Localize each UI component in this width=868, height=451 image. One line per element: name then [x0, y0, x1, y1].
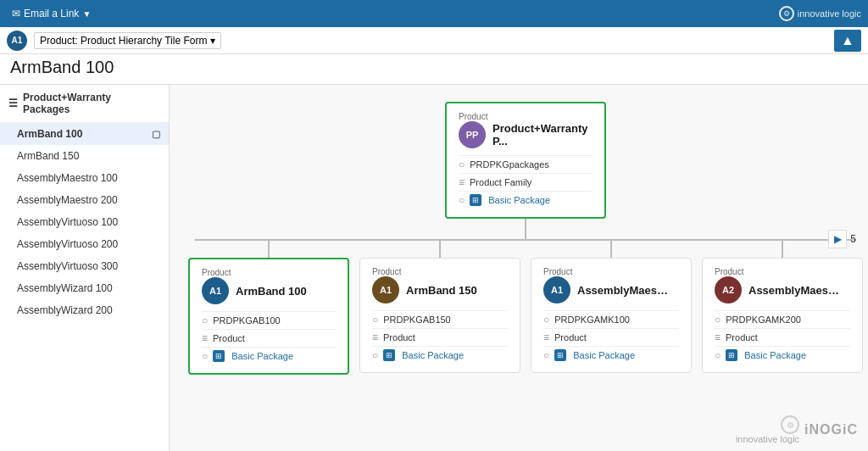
children-row: Product A1 ArmBand 100 ○ PRDPKGAB100 [188, 241, 863, 375]
top-bar: ✉ Email a Link ▼ ⚙ innovative logic [0, 0, 868, 27]
root-card-header: PP Product+Warranty P... [459, 121, 593, 148]
child3-row1: ○ PRDPKGAMK200 [715, 310, 850, 328]
form-selector-label: Product: Product Hierarchy Tile Form [40, 35, 207, 47]
child-card-3: Product A2 AssemblyMaestro 2... ○ PRDPKG… [702, 258, 863, 373]
user-avatar: A1 [7, 31, 27, 51]
root-row2: ≡ Product Family [459, 173, 593, 191]
sidebar-item-4[interactable]: AssemblyVirtuoso 100 [0, 211, 169, 233]
root-connector [525, 219, 526, 239]
sidebar-header: ☰ Product+Warranty Packages [0, 85, 169, 123]
child-connector-0 [268, 241, 270, 258]
sidebar-menu-icon: ☰ [8, 97, 18, 109]
child0-link[interactable]: Basic Package [231, 351, 293, 361]
child-connector-3 [782, 241, 783, 258]
main-layout: ☰ Product+Warranty Packages ArmBand 100▢… [0, 85, 868, 451]
sidebar-header-label: Product+Warranty Packages [23, 92, 160, 115]
sidebar-item-6[interactable]: AssemblyVirtuoso 300 [0, 255, 169, 277]
child1-avatar: A1 [372, 276, 399, 303]
child-card-1: Product A1 ArmBand 150 ○ PRDPKGAB150 [359, 258, 520, 373]
sidebar-item-1[interactable]: ArmBand 150 [0, 145, 169, 167]
child1-row2: ≡ Product [372, 328, 508, 346]
child-wrapper-2: Product A1 AssemblyMaestro 1... ○ PRDPKG… [531, 241, 692, 373]
watermark-logo-icon: ⚙ [781, 415, 799, 434]
sidebar-item-edit-icon[interactable]: ▢ [152, 129, 160, 140]
child3-avatar: A2 [715, 276, 742, 303]
watermark: ⚙ innovative logic iNOGiC [736, 415, 858, 444]
child3-label: Product [715, 267, 850, 276]
row3-link-icon: ⊞ [470, 194, 481, 206]
root-level: Product PP Product+Warranty P... ○ PRDPK… [445, 102, 606, 239]
child2-name: AssemblyMaestro 1... [577, 284, 670, 297]
child-connector-2 [610, 241, 612, 258]
logo-text: innovative logic [798, 8, 861, 19]
child2-row1: ○ PRDPKGAMK100 [543, 310, 679, 328]
email-icon: ✉ [12, 8, 20, 19]
root-avatar: PP [459, 121, 486, 148]
child2-avatar: A1 [543, 276, 570, 303]
email-dropdown-icon: ▼ [82, 9, 91, 19]
sidebar-item-3[interactable]: AssemblyMaestro 200 [0, 189, 169, 211]
sub-header: A1 Product: Product Hierarchy Tile Form … [0, 27, 868, 54]
watermark-brand: iNOGiC [804, 422, 858, 437]
child0-label: Product [202, 268, 336, 277]
child0-name: ArmBand 100 [236, 285, 307, 298]
h-connector: ▶ 5 [195, 239, 856, 241]
child0-row1: ○ PRDPKGAB100 [202, 311, 336, 329]
child-card-2: Product A1 AssemblyMaestro 1... ○ PRDPKG… [531, 258, 692, 373]
email-link-button[interactable]: ✉ Email a Link ▼ [7, 6, 96, 21]
child1-link[interactable]: Basic Package [402, 350, 464, 360]
root-card: Product PP Product+Warranty P... ○ PRDPK… [445, 102, 606, 219]
child2-link[interactable]: Basic Package [573, 350, 635, 360]
child2-label: Product [543, 267, 679, 276]
child0-avatar: A1 [202, 277, 229, 304]
collapse-button[interactable]: ▲ [834, 30, 861, 52]
child2-header: A1 AssemblyMaestro 1... [543, 276, 679, 303]
row2-icon: ≡ [459, 176, 465, 188]
sidebar: ☰ Product+Warranty Packages ArmBand 100▢… [0, 85, 170, 451]
row3-icon: ○ [459, 194, 465, 206]
child3-row3: ○ ⊞ Basic Package [715, 346, 850, 364]
form-selector-dropdown[interactable]: Product: Product Hierarchy Tile Form ▾ [34, 32, 221, 49]
child1-header: A1 ArmBand 150 [372, 276, 508, 303]
child0-row3: ○ ⊞ Basic Package [202, 347, 336, 365]
nav-count: 5 [850, 233, 856, 245]
nav-right-button[interactable]: ▶ [828, 230, 847, 248]
child-wrapper-3: Product A2 AssemblyMaestro 2... ○ PRDPKG… [702, 241, 863, 373]
content-area: Product PP Product+Warranty P... ○ PRDPK… [170, 85, 868, 451]
root-row3: ○ ⊞ Basic Package [459, 191, 593, 209]
child3-row2: ≡ Product [715, 328, 850, 346]
sidebar-item-2[interactable]: AssemblyMaestro 100 [0, 167, 169, 189]
form-selector-chevron: ▾ [210, 35, 215, 47]
root-card-name: Product+Warranty P... [492, 122, 593, 148]
sidebar-item-0[interactable]: ArmBand 100▢ [0, 123, 169, 145]
root-basic-package-link[interactable]: Basic Package [488, 195, 550, 205]
child-wrapper-1: Product A1 ArmBand 150 ○ PRDPKGAB150 [359, 241, 520, 373]
child2-row3: ○ ⊞ Basic Package [543, 346, 679, 364]
child1-label: Product [372, 267, 508, 276]
page-title: ArmBand 100 [10, 58, 858, 77]
child1-row1: ○ PRDPKGAB150 [372, 310, 508, 328]
root-row1: ○ PRDPKGpackages [459, 155, 593, 173]
top-bar-logo: ⚙ innovative logic [779, 6, 861, 21]
child-card-0: Product A1 ArmBand 100 ○ PRDPKGAB100 [188, 258, 349, 375]
child0-header: A1 ArmBand 100 [202, 277, 336, 304]
nav-controls: ▶ 5 [828, 230, 856, 248]
sidebar-item-8[interactable]: AssemblyWizard 200 [0, 299, 169, 321]
tree-container: Product PP Product+Warranty P... ○ PRDPK… [186, 102, 865, 375]
child2-row2: ≡ Product [543, 328, 679, 346]
sidebar-item-7[interactable]: AssemblyWizard 100 [0, 277, 169, 299]
email-link-label: Email a Link [24, 8, 79, 19]
sidebar-items-container: ArmBand 100▢ArmBand 150AssemblyMaestro 1… [0, 123, 169, 321]
child0-row2: ≡ Product [202, 329, 336, 347]
sidebar-item-5[interactable]: AssemblyVirtuoso 200 [0, 233, 169, 255]
child3-link[interactable]: Basic Package [744, 350, 806, 360]
child3-name: AssemblyMaestro 2... [748, 284, 842, 297]
row1-icon: ○ [459, 159, 465, 170]
child1-row3: ○ ⊞ Basic Package [372, 346, 508, 364]
watermark-logo-text: innovative logic [736, 434, 799, 444]
root-card-label: Product [459, 112, 593, 121]
child1-name: ArmBand 150 [406, 284, 477, 297]
child3-header: A2 AssemblyMaestro 2... [715, 276, 850, 303]
child-wrapper-0: Product A1 ArmBand 100 ○ PRDPKGAB100 [188, 241, 349, 375]
chevron-up-icon: ▲ [841, 33, 854, 48]
